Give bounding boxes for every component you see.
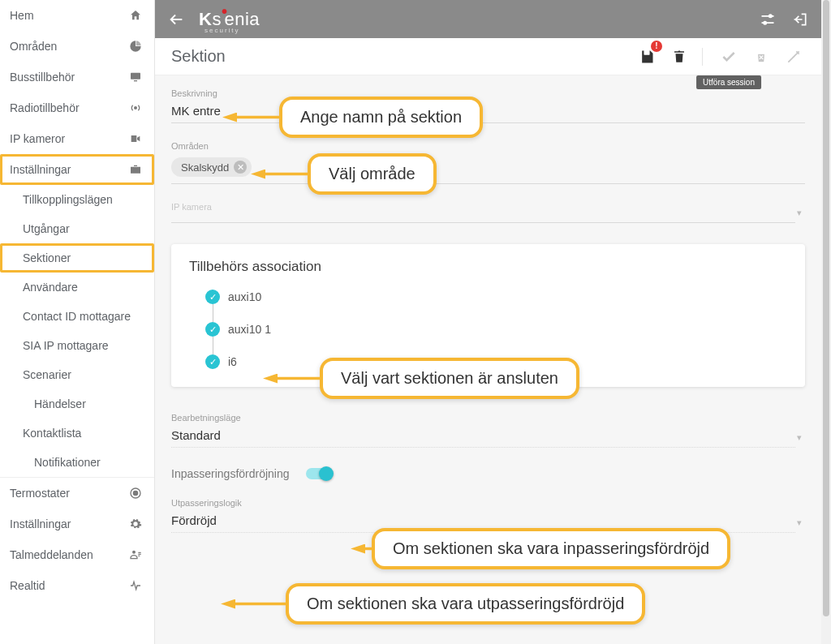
brand-logo: Ks•enia security	[199, 9, 295, 30]
sidebar-item-areas[interactable]: Områden	[0, 31, 154, 62]
callout-name: Ange namn på sektion	[222, 97, 483, 138]
sidebar-item-home[interactable]: Hem	[0, 0, 154, 31]
broadcast-icon	[128, 101, 143, 115]
sidebar-item-label: Utgångar	[23, 222, 70, 235]
chevron-down-icon: ▾	[797, 208, 802, 218]
monitor-icon	[128, 70, 143, 84]
sidebar-item-label: Contact ID mottagare	[23, 310, 131, 323]
association-title: Tillbehörs association	[189, 259, 787, 275]
tree-node-label: i6	[228, 355, 237, 368]
sidebar-item-label: Inställningar	[10, 517, 71, 530]
briefcase-icon	[128, 162, 143, 177]
check-icon: ✓	[205, 354, 220, 369]
sidebar-item-contactid[interactable]: Contact ID mottagare	[0, 302, 154, 331]
callout-exit: Om sektionen ska vara utpasseringsfördrö…	[221, 583, 645, 625]
sidebar-item-label: Notifikationer	[34, 456, 101, 469]
svg-point-6	[769, 15, 772, 17]
page-title: Sektion	[171, 47, 226, 66]
sidebar-item-label: Termostater	[10, 487, 70, 500]
sidebar-item-label: Tillkopplingslägen	[23, 193, 113, 206]
back-button[interactable]	[166, 10, 186, 29]
exit-logic-label: Utpasseringslogik	[171, 498, 795, 508]
sidebar-item-label: Hem	[10, 9, 34, 22]
gear-icon	[128, 517, 143, 531]
sidebar-item-events[interactable]: Händelser	[0, 389, 154, 419]
tools-button[interactable]	[782, 45, 805, 68]
sidebar-item-outputs[interactable]: Utgångar	[0, 214, 154, 243]
sidebar-item-label: Realtid	[10, 579, 45, 592]
tree-connector	[213, 337, 213, 354]
svg-point-2	[135, 107, 137, 109]
home-icon	[128, 8, 143, 23]
tree-node-label: auxi10	[228, 290, 261, 303]
sidebar-item-voice[interactable]: Talmeddelanden	[0, 539, 154, 570]
pie-icon	[128, 39, 143, 54]
sidebar-item-sections[interactable]: Sektioner	[0, 243, 154, 273]
svg-rect-1	[134, 80, 137, 81]
sidebar-item-settings-bottom[interactable]: Inställningar	[0, 509, 154, 539]
svg-point-7	[764, 21, 766, 24]
svg-point-4	[133, 491, 137, 495]
callout-text: Ange namn på sektion	[279, 97, 483, 138]
main-panel: Ks•enia security Sektion !	[155, 0, 821, 644]
processing-label: Bearbetningsläge	[171, 413, 795, 423]
area-chip[interactable]: Skalskydd ✕	[171, 157, 252, 177]
callout-text: Om sektionen ska vara inpasseringsfördrö…	[372, 528, 730, 569]
callout-assoc: Välj vart sektionen är ansluten	[263, 358, 579, 399]
scrollbar-thumb[interactable]	[823, 0, 829, 616]
sidebar-item-notifications[interactable]: Notifikationer	[0, 448, 154, 477]
sidebar-item-label: Användare	[23, 281, 78, 294]
sidebar: Hem Områden Busstillbehör Radiotillbehör…	[0, 0, 155, 644]
callout-entry: Om sektionen ska vara inpasseringsfördrö…	[351, 528, 730, 569]
entry-delay-label: Inpasseringsfördröjning	[171, 467, 290, 480]
sidebar-item-label: Områden	[10, 40, 57, 53]
entry-delay-toggle[interactable]	[306, 468, 332, 479]
sidebar-item-label: Scenarier	[23, 368, 71, 381]
sidebar-item-armingmodes[interactable]: Tillkopplingslägen	[0, 185, 154, 214]
sidebar-item-thermostats[interactable]: Termostater	[0, 477, 154, 509]
voice-icon	[128, 547, 143, 562]
sidebar-item-label: Talmeddelanden	[10, 548, 93, 561]
ipcamera-label: IP kamera	[171, 202, 795, 212]
callout-text: Välj vart sektionen är ansluten	[320, 358, 579, 399]
area-chip-label: Skalskydd	[181, 161, 229, 174]
tree-node[interactable]: ✓ auxi10	[205, 290, 787, 304]
sidebar-item-label: Inställningar	[10, 163, 71, 176]
save-alert-badge: !	[651, 41, 662, 52]
row-entry-delay: Inpasseringsfördröjning	[155, 454, 821, 493]
ipcamera-value	[171, 215, 795, 223]
discard-button[interactable]	[750, 45, 773, 68]
callout-text: Om sektionen ska vara utpasseringsfördrö…	[286, 583, 645, 625]
toolbar-separator	[702, 48, 703, 66]
sidebar-item-label: Händelser	[34, 397, 86, 410]
field-processing[interactable]: Bearbetningsläge Standard ▾	[155, 401, 821, 454]
sliders-button[interactable]	[758, 10, 777, 29]
sidebar-item-siaip[interactable]: SIA IP mottagare	[0, 331, 154, 360]
apply-button[interactable]: Utföra session	[717, 45, 740, 68]
logout-button[interactable]	[790, 10, 810, 29]
check-icon: ✓	[205, 322, 220, 337]
callout-area: Välj område	[251, 153, 437, 195]
save-button[interactable]: !	[635, 45, 658, 68]
sidebar-item-bus[interactable]: Busstillbehör	[0, 62, 154, 92]
sidebar-item-label: Kontaktlista	[23, 427, 81, 440]
tree-node[interactable]: ✓ auxi10 1	[205, 322, 787, 337]
sidebar-item-users[interactable]: Användare	[0, 273, 154, 302]
chip-remove-icon[interactable]: ✕	[234, 161, 247, 174]
topbar: Ks•enia security	[155, 0, 821, 38]
sidebar-item-radio[interactable]: Radiotillbehör	[0, 92, 154, 123]
svg-rect-0	[131, 73, 140, 79]
sidebar-item-realtime[interactable]: Realtid	[0, 570, 154, 601]
sidebar-item-contactlist[interactable]: Kontaktlista	[0, 419, 154, 448]
svg-rect-8	[644, 50, 650, 54]
delete-button[interactable]	[668, 45, 691, 68]
sidebar-item-settings-top[interactable]: Inställningar	[0, 154, 154, 185]
window-scrollbar[interactable]	[821, 0, 831, 644]
svg-point-5	[132, 551, 136, 554]
tree-connector	[213, 304, 213, 322]
sidebar-item-scenarios[interactable]: Scenarier	[0, 360, 154, 389]
sidebar-item-ipcameras[interactable]: IP kameror	[0, 123, 154, 154]
sidebar-item-label: IP kameror	[10, 132, 65, 145]
activity-icon	[128, 578, 143, 593]
field-ipcamera[interactable]: IP kamera ▾	[155, 191, 821, 230]
